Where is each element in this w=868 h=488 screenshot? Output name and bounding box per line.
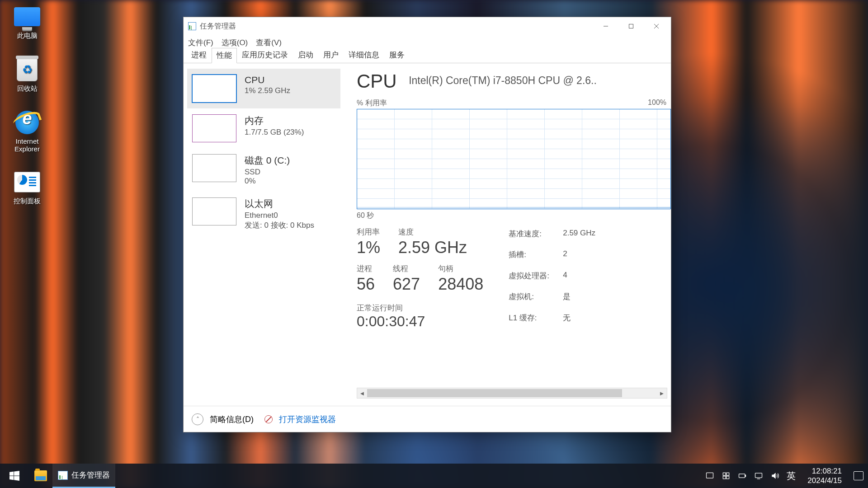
- network-icon[interactable]: [754, 471, 763, 480]
- menu-options[interactable]: 选项(O): [222, 38, 248, 48]
- recycle-bin-icon: [17, 58, 38, 81]
- maximize-button[interactable]: [618, 17, 644, 35]
- sidebar-item-title: 内存: [245, 114, 304, 127]
- maximize-icon: [628, 23, 634, 29]
- taskbar-file-explorer[interactable]: [29, 464, 52, 488]
- taskbar: 任务管理器 英 12:08:21 2024/4/15: [0, 464, 868, 488]
- monitor-icon: [14, 7, 40, 26]
- tab-details[interactable]: 详细信息: [344, 47, 384, 63]
- desktop-icon-control-panel[interactable]: 控制面板: [5, 170, 50, 206]
- desktop-icons: 此电脑 回收站 Internet Explorer 控制面板: [5, 5, 59, 223]
- l1-cache-label: L1 缓存:: [509, 313, 563, 330]
- speed-label: 速度: [398, 227, 467, 237]
- utilization-label: 利用率: [357, 227, 380, 237]
- tab-app-history[interactable]: 应用历史记录: [237, 47, 293, 63]
- close-button[interactable]: [644, 17, 669, 35]
- desktop-icon-ie[interactable]: Internet Explorer: [5, 110, 50, 153]
- clock-date: 2024/4/15: [807, 476, 842, 485]
- svg-rect-6: [726, 473, 729, 475]
- performance-main: CPU Intel(R) Core(TM) i7-8850H CPU @ 2.6…: [344, 63, 671, 406]
- sidebar-item-subtitle: Ethernet0: [245, 211, 314, 220]
- uptime-value: 0:00:30:47: [357, 313, 483, 330]
- cpu-thumbnail: [192, 75, 236, 103]
- threads-value: 627: [393, 275, 420, 294]
- svg-rect-4: [707, 473, 713, 478]
- menu-view[interactable]: 查看(V): [256, 38, 282, 48]
- virtual-machine-label: 虚拟机:: [509, 291, 563, 309]
- cpu-properties: 基准速度:2.59 GHz 插槽:2 虚拟处理器:4 虚拟机:是 L1 缓存:无: [509, 229, 613, 330]
- chart-y-max: 100%: [648, 99, 666, 108]
- tab-users[interactable]: 用户: [318, 47, 344, 63]
- sidebar-item-subtitle2: 发送: 0 接收: 0 Kbps: [245, 220, 314, 230]
- taskbar-task-manager[interactable]: 任务管理器: [52, 464, 115, 488]
- taskbar-clock[interactable]: 12:08:21 2024/4/15: [803, 466, 846, 486]
- system-tray: 英 12:08:21 2024/4/15: [701, 464, 868, 488]
- sidebar-item-title: CPU: [245, 75, 290, 85]
- threads-label: 线程: [393, 263, 420, 274]
- scroll-left-icon[interactable]: ◄: [357, 390, 367, 397]
- ethernet-thumbnail: [192, 197, 236, 225]
- menu-file[interactable]: 文件(F): [188, 38, 213, 48]
- logical-processors-label: 虚拟处理器:: [509, 271, 563, 288]
- sidebar-item-ethernet[interactable]: 以太网 Ethernet0 发送: 0 接收: 0 Kbps: [187, 192, 340, 236]
- task-manager-icon: [188, 22, 196, 30]
- battery-icon[interactable]: [738, 471, 747, 480]
- l1-cache-value: 无: [563, 313, 613, 330]
- tab-bar: 进程 性能 应用历史记录 启动 用户 详细信息 服务: [184, 50, 671, 63]
- horizontal-scrollbar[interactable]: ◄ ►: [357, 388, 667, 399]
- taskbar-item-label: 任务管理器: [71, 470, 110, 480]
- start-button[interactable]: [0, 464, 29, 488]
- sidebar-item-title: 以太网: [245, 197, 314, 210]
- close-icon: [654, 23, 659, 29]
- fewer-details-button[interactable]: ˄: [192, 413, 203, 425]
- base-speed-label: 基准速度:: [509, 229, 563, 246]
- desktop-icon-recycle-bin[interactable]: 回收站: [5, 57, 50, 93]
- svg-rect-5: [723, 473, 726, 475]
- desktop-icon-label: 此电脑: [5, 32, 50, 40]
- scrollbar-thumb[interactable]: [367, 389, 622, 397]
- titlebar[interactable]: 任务管理器: [184, 17, 671, 35]
- window-footer: ˄ 简略信息(D) 打开资源监视器: [184, 406, 671, 432]
- cpu-usage-chart: [357, 109, 671, 209]
- file-explorer-icon: [34, 470, 47, 481]
- minimize-icon: [603, 23, 609, 29]
- ie-icon: [15, 111, 39, 134]
- scroll-right-icon[interactable]: ►: [657, 390, 667, 397]
- memory-thumbnail: [192, 114, 236, 142]
- tab-performance[interactable]: 性能: [212, 48, 237, 63]
- sidebar-item-title: 磁盘 0 (C:): [245, 154, 290, 167]
- processes-label: 进程: [357, 263, 375, 274]
- fewer-details-label[interactable]: 简略信息(D): [210, 414, 254, 425]
- tab-startup[interactable]: 启动: [293, 47, 318, 63]
- chart-x-label: 60 秒: [357, 211, 671, 221]
- svg-rect-7: [723, 476, 726, 479]
- action-center-icon[interactable]: [854, 471, 863, 480]
- desktop-icon-this-pc[interactable]: 此电脑: [5, 5, 50, 40]
- ime-indicator[interactable]: 英: [787, 470, 796, 482]
- sidebar-item-disk[interactable]: 磁盘 0 (C:) SSD 0%: [187, 148, 340, 192]
- svg-rect-9: [739, 474, 745, 478]
- tab-services[interactable]: 服务: [384, 47, 410, 63]
- control-panel-icon: [14, 172, 40, 192]
- tray-app-icon[interactable]: [705, 471, 714, 480]
- tray-security-icon[interactable]: [722, 471, 731, 480]
- task-manager-window: 任务管理器 文件(F) 选项(O) 查看(V) 进程 性能 应用历史记录 启动 …: [183, 17, 671, 432]
- open-resource-monitor-link[interactable]: 打开资源监视器: [279, 414, 336, 425]
- window-title: 任务管理器: [200, 22, 236, 31]
- utilization-value: 1%: [357, 238, 380, 257]
- sidebar-item-subtitle: 1.7/7.5 GB (23%): [245, 128, 304, 137]
- volume-icon[interactable]: [770, 471, 779, 480]
- sockets-value: 2: [563, 249, 613, 267]
- tab-processes[interactable]: 进程: [186, 47, 212, 63]
- cpu-heading: CPU: [357, 70, 397, 92]
- performance-sidebar: CPU 1% 2.59 GHz 内存 1.7/7.5 GB (23%) 磁盘 0…: [184, 63, 344, 406]
- chevron-up-icon: ˄: [196, 416, 199, 423]
- svg-rect-1: [629, 24, 633, 28]
- sidebar-item-cpu[interactable]: CPU 1% 2.59 GHz: [187, 69, 340, 108]
- svg-rect-8: [726, 476, 729, 479]
- base-speed-value: 2.59 GHz: [563, 229, 613, 246]
- svg-rect-10: [745, 475, 746, 476]
- sidebar-item-memory[interactable]: 内存 1.7/7.5 GB (23%): [187, 108, 340, 148]
- sidebar-item-subtitle: 1% 2.59 GHz: [245, 86, 290, 95]
- minimize-button[interactable]: [593, 17, 618, 35]
